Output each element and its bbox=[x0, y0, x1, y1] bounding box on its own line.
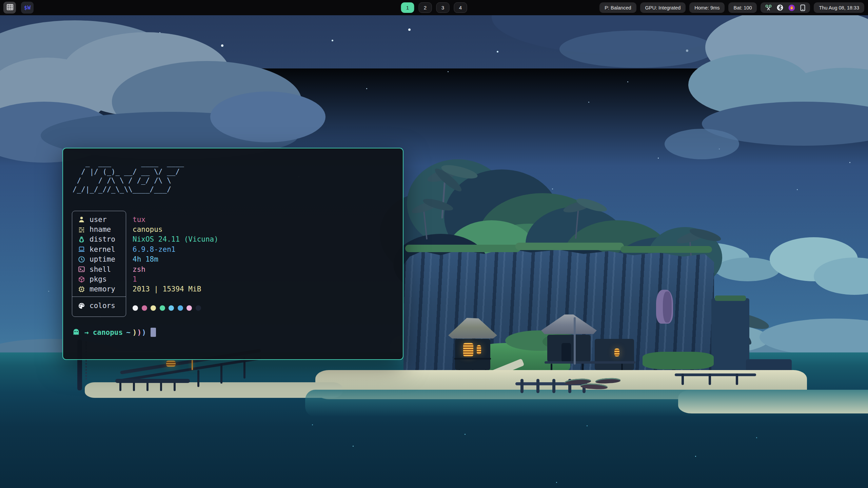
fetch-label: colors bbox=[90, 301, 115, 310]
fetch-value-user: tux bbox=[133, 215, 218, 224]
ocean bbox=[0, 352, 868, 488]
flame-icon[interactable] bbox=[788, 4, 795, 11]
system-tray bbox=[761, 2, 810, 13]
battery-pill[interactable]: Bat: 100 bbox=[728, 2, 757, 13]
swatch bbox=[169, 305, 174, 311]
fetch-value-column: tux canopus NixOS 24.11 (Vicuna) 6.9.8-z… bbox=[133, 211, 218, 317]
fetch-label: pkgs bbox=[90, 275, 107, 284]
shell-prompt[interactable]: → canopus ~ ) ) ) bbox=[72, 328, 394, 337]
swatch bbox=[178, 305, 183, 311]
clock-pill[interactable]: Thu Aug 08, 18:33 bbox=[814, 2, 864, 13]
fetch-row-hname: hname bbox=[72, 224, 126, 234]
fetch-value-uptime: 4h 18m bbox=[133, 255, 218, 264]
workspace-button-1[interactable]: 1 bbox=[401, 2, 414, 13]
prompt-path: ~ bbox=[126, 328, 131, 337]
fetch-value-hname: canopus bbox=[133, 224, 218, 234]
swatch bbox=[133, 305, 138, 311]
fetch-label-box: user hname distr bbox=[72, 211, 126, 317]
laptop-icon bbox=[78, 246, 85, 253]
swatch bbox=[142, 305, 147, 311]
fetch-label: hname bbox=[90, 225, 111, 234]
bluetooth-icon[interactable] bbox=[777, 4, 783, 11]
island-cliff bbox=[403, 248, 714, 385]
fetch-value-shell: zsh bbox=[133, 264, 218, 274]
color-swatches bbox=[133, 299, 218, 317]
gpu-pill[interactable]: GPU: Integrated bbox=[640, 2, 686, 13]
fetch-row-kernel: kernel bbox=[72, 244, 126, 254]
fetch-label: uptime bbox=[90, 255, 115, 264]
hut-left bbox=[448, 318, 497, 380]
apps-launcher-button[interactable] bbox=[3, 2, 16, 14]
fetch-label: shell bbox=[90, 265, 111, 274]
terminal-cursor[interactable] bbox=[151, 328, 156, 337]
fetch-row-pkgs: pkgs bbox=[72, 274, 126, 284]
desktop: $W 1 2 3 4 P: Balanced GPU: Integrated H… bbox=[0, 0, 868, 488]
hostname-icon bbox=[78, 226, 85, 233]
workspace-button-4[interactable]: 4 bbox=[454, 2, 467, 13]
window-manager-logo-button[interactable]: $W bbox=[21, 2, 34, 14]
shell-icon bbox=[78, 266, 85, 273]
swatch bbox=[151, 305, 156, 311]
workspace-button-2[interactable]: 2 bbox=[419, 2, 432, 13]
fetch-row-shell: shell bbox=[72, 264, 126, 274]
swatch bbox=[160, 305, 165, 311]
scissors-icon[interactable] bbox=[765, 4, 772, 11]
memory-icon bbox=[78, 285, 85, 293]
prompt-arrow: → bbox=[84, 328, 89, 337]
swatch bbox=[196, 305, 201, 311]
fetch-label: distro bbox=[90, 235, 115, 244]
prompt-chevron-1: ) bbox=[133, 328, 137, 337]
prompt-chevron-2: ) bbox=[137, 328, 142, 337]
power-profile-pill[interactable]: P: Balanced bbox=[599, 2, 636, 13]
penguin-icon bbox=[78, 236, 85, 243]
workspace-switcher: 1 2 3 4 bbox=[401, 2, 467, 13]
top-bar: $W 1 2 3 4 P: Balanced GPU: Integrated H… bbox=[0, 0, 868, 15]
hut-right bbox=[541, 314, 639, 382]
fetch-value-distro: NixOS 24.11 (Vicuna) bbox=[133, 235, 218, 244]
fetch-value-pkgs: 1 bbox=[133, 274, 218, 284]
package-icon bbox=[78, 276, 85, 283]
user-icon bbox=[78, 216, 85, 223]
wm-logo-label: $W bbox=[24, 4, 31, 11]
fetch-row-memory: memory bbox=[72, 284, 126, 294]
ping-pill[interactable]: Home: 9ms bbox=[689, 2, 725, 13]
ghost-icon bbox=[72, 328, 80, 337]
fetch-value-memory: 2013 | 15394 MiB bbox=[133, 284, 218, 294]
fetch-value-kernel: 6.9.8-zen1 bbox=[133, 244, 218, 254]
fetch-row-distro: distro bbox=[72, 235, 126, 244]
workspace-button-3[interactable]: 3 bbox=[436, 2, 450, 13]
palette-icon bbox=[78, 302, 85, 309]
fetch-label: kernel bbox=[90, 245, 115, 254]
prompt-host: canopus bbox=[93, 328, 123, 337]
ascii-logo: _ ___ ____ ____ / |/ (_)_ __/ __ \/ __/ … bbox=[73, 159, 394, 194]
fetch-row-colors: colors bbox=[72, 297, 126, 314]
fetch-label: user bbox=[90, 215, 107, 224]
fetch-row-uptime: uptime bbox=[72, 255, 126, 264]
terminal-window[interactable]: _ ___ ____ ____ / |/ (_)_ __/ __ \/ __/ … bbox=[62, 148, 403, 360]
fetch-label: memory bbox=[90, 285, 115, 293]
prompt-chevron-3: ) bbox=[142, 328, 146, 337]
status-area: P: Balanced GPU: Integrated Home: 9ms Ba… bbox=[599, 2, 864, 13]
clock-icon bbox=[78, 256, 85, 263]
phone-icon[interactable] bbox=[800, 4, 805, 11]
app-grid-icon bbox=[6, 4, 13, 11]
fetch-row-user: user bbox=[72, 215, 126, 224]
swatch bbox=[186, 305, 192, 311]
fetch-info: user hname distr bbox=[72, 211, 394, 317]
